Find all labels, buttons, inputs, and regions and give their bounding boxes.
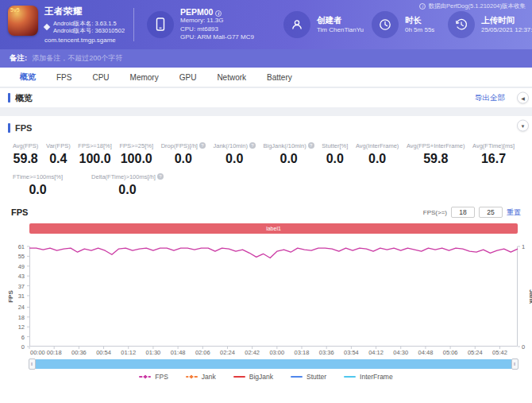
fps-line-plot xyxy=(29,246,518,347)
creator-block: 创建者 Tim ChenTianYu xyxy=(283,11,359,38)
section-gap xyxy=(0,107,532,116)
y-axis-right-title: Jank xyxy=(527,289,532,304)
upload-label: 上传时间 xyxy=(481,15,532,26)
metric-delta-ftime: Delta(FTime)>100ms[/h]?0.0 xyxy=(91,173,164,197)
metric-jank: Jank(/10min)?0.0 xyxy=(214,142,256,166)
metric-stutter: Stutter[%]0.0 xyxy=(322,142,348,166)
collector-note: i 数据由PerfDog(5.1.210204)版本收集 xyxy=(419,2,526,10)
fps-chart-header: FPS FPS(>=) 重置 xyxy=(11,207,521,218)
app-title: 王者荣耀 xyxy=(44,6,125,17)
fps-threshold-label: FPS(>=) xyxy=(423,209,447,216)
scrollbar-right-handle[interactable]: ‖ xyxy=(511,358,519,370)
creator-value: Tim ChenTianYu xyxy=(317,26,364,35)
device-memory: Memory: 11.3G xyxy=(180,17,254,25)
legend-jank-swatch xyxy=(186,376,198,378)
metric-ftime-ge100: FTime>=100ms[%]0.0 xyxy=(13,173,63,197)
device-cpu: CPU: mt6893 xyxy=(180,25,254,34)
section-accent xyxy=(8,93,10,103)
help-icon[interactable]: ? xyxy=(157,173,164,180)
help-icon[interactable]: ? xyxy=(308,142,314,149)
clock-icon xyxy=(372,11,399,38)
legend-stutter[interactable]: Stutter xyxy=(291,373,326,381)
upload-time-block: 上传时间 25/05/2021 12:37:46 xyxy=(448,11,532,38)
remark-label: 备注: xyxy=(10,53,27,64)
device-name: PEPM00 i xyxy=(180,7,254,17)
help-icon[interactable]: ? xyxy=(199,142,206,149)
export-all-link[interactable]: 导出全部 xyxy=(475,93,505,103)
phone-icon xyxy=(147,11,174,38)
fps-section-bar: FPS ▼ xyxy=(0,116,532,135)
version-bullet-icon xyxy=(44,24,50,30)
android-version-name: Android版本名: 3.63.1.5 xyxy=(53,20,125,27)
metric-avg-fps: Avg(FPS)59.8 xyxy=(13,142,38,166)
device-info-icon[interactable]: i xyxy=(215,10,222,17)
section-accent xyxy=(8,123,10,133)
fps-chart[interactable]: 61554943373124181260 10 00:0000:1800:360… xyxy=(29,246,518,347)
fps-section-title: FPS xyxy=(15,123,32,133)
help-icon[interactable]: ? xyxy=(249,142,256,149)
metric-fps-ge18: FPS>=18[%]100.0 xyxy=(78,142,112,166)
remark-placeholder: 添加备注，不超过200个字符 xyxy=(32,53,122,64)
legend-fps-swatch xyxy=(139,376,151,378)
legend-fps[interactable]: FPS xyxy=(139,373,168,381)
duration-value: 0h 5m 55s xyxy=(405,26,434,35)
person-icon xyxy=(283,11,310,38)
legend-bigjank[interactable]: BigJank xyxy=(233,373,273,381)
device-info-block: PEPM00 i Memory: 11.3G CPU: mt6893 GPU: … xyxy=(147,7,268,42)
duration-block: 时长 0h 5m 55s xyxy=(372,11,435,38)
collapse-left-button[interactable]: ◀ xyxy=(517,92,529,104)
fps-chart-title: FPS xyxy=(11,207,28,217)
y-axis-left-title: FPS xyxy=(7,290,14,303)
collapse-down-button[interactable]: ▼ xyxy=(517,120,529,132)
app-icon: 5v5 xyxy=(8,6,38,36)
metric-drop-fps: Drop(FPS)[/h]?0.0 xyxy=(161,142,206,166)
app-info-block: 5v5 王者荣耀 Android版本名: 3.63.1.5 Android版本号… xyxy=(8,6,127,44)
legend-interframe-swatch xyxy=(344,376,356,378)
tab-memory[interactable]: Memory xyxy=(120,73,169,82)
legend-interframe[interactable]: InterFrame xyxy=(344,373,393,381)
chart-range-scrollbar[interactable]: ‖ ‖ xyxy=(29,359,518,369)
legend-stutter-swatch xyxy=(291,376,303,378)
tab-overview[interactable]: 概览 xyxy=(10,72,46,83)
report-header: 5v5 王者荣耀 Android版本名: 3.63.1.5 Android版本号… xyxy=(0,0,532,49)
tab-network[interactable]: Network xyxy=(206,73,256,82)
metric-avg-fps-interframe: Avg(FPS+InterFrame)59.8 xyxy=(407,142,465,166)
device-gpu: GPU: ARM Mali-G77 MC9 xyxy=(180,33,254,42)
metric-bigjank: BigJank(/10min)?0.0 xyxy=(264,142,314,166)
fps-card: FPS ▼ Avg(FPS)59.8 Var(FPS)0.4 FPS>=18[%… xyxy=(0,116,532,403)
tab-gpu[interactable]: GPU xyxy=(169,73,207,82)
duration-label: 时长 xyxy=(405,15,434,26)
reset-link[interactable]: 重置 xyxy=(507,207,521,218)
scene-label-band[interactable]: label1 xyxy=(29,223,518,234)
metric-avg-interframe: Avg(InterFrame)0.0 xyxy=(356,142,399,166)
chart-legend: FPS Jank BigJank Stutter InterFrame xyxy=(0,373,532,381)
scrollbar-left-handle[interactable]: ‖ xyxy=(29,358,36,370)
android-version-code: Android版本号: 363010502 xyxy=(53,27,125,34)
legend-jank[interactable]: Jank xyxy=(186,373,216,381)
remark-bar[interactable]: 备注: 添加备注，不超过200个字符 xyxy=(0,49,532,68)
fps-threshold-input-1[interactable] xyxy=(451,207,475,218)
nav-tabs: 概览 FPS CPU Memory GPU Network Battery xyxy=(0,68,532,87)
tab-fps[interactable]: FPS xyxy=(46,73,82,82)
tab-cpu[interactable]: CPU xyxy=(82,73,119,82)
header-divider xyxy=(133,8,134,41)
history-clock-icon xyxy=(448,11,475,38)
app-package: com.tencent.tmgp.sgame xyxy=(44,37,125,44)
overview-title: 概览 xyxy=(15,92,33,104)
fps-metrics-row-2: FTime>=100ms[%]0.0 Delta(FTime)>100ms[/h… xyxy=(0,173,532,197)
overview-section-bar: 概览 导出全部 ◀ xyxy=(0,88,532,107)
fps-threshold-input-2[interactable] xyxy=(479,207,503,218)
info-icon: i xyxy=(419,3,426,10)
upload-value: 25/05/2021 12:37:46 xyxy=(481,26,532,35)
fps-threshold-controls: FPS(>=) 重置 xyxy=(423,207,521,218)
metric-var-fps: Var(FPS)0.4 xyxy=(46,142,71,166)
fps-metrics-row-1: Avg(FPS)59.8 Var(FPS)0.4 FPS>=18[%]100.0… xyxy=(0,142,532,166)
legend-bigjank-swatch xyxy=(233,376,245,378)
metric-avg-ftime: Avg(FTime)[ms]16.7 xyxy=(472,142,515,166)
creator-label: 创建者 xyxy=(317,15,364,26)
tab-battery[interactable]: Battery xyxy=(256,73,303,82)
x-axis-labels: 00:0000:1800:3600:5401:1201:3001:4802:06… xyxy=(29,347,518,357)
metric-fps-ge25: FPS>=25[%]100.0 xyxy=(119,142,153,166)
